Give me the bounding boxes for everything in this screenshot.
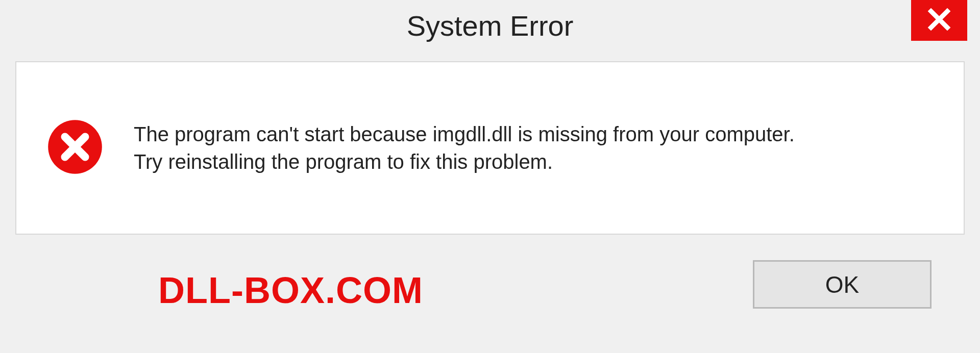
error-icon xyxy=(47,119,103,177)
footer: DLL-BOX.COM OK xyxy=(0,235,980,337)
close-icon xyxy=(927,7,951,34)
window-title: System Error xyxy=(407,9,574,42)
content-panel: The program can't start because imgdll.d… xyxy=(15,61,965,235)
error-message-line2: Try reinstalling the program to fix this… xyxy=(134,148,933,175)
error-message: The program can't start because imgdll.d… xyxy=(134,120,933,175)
close-button[interactable] xyxy=(911,0,967,41)
watermark-text: DLL-BOX.COM xyxy=(158,269,423,311)
ok-button[interactable]: OK xyxy=(753,260,932,309)
titlebar: System Error xyxy=(0,0,980,51)
error-message-line1: The program can't start because imgdll.d… xyxy=(134,120,933,148)
